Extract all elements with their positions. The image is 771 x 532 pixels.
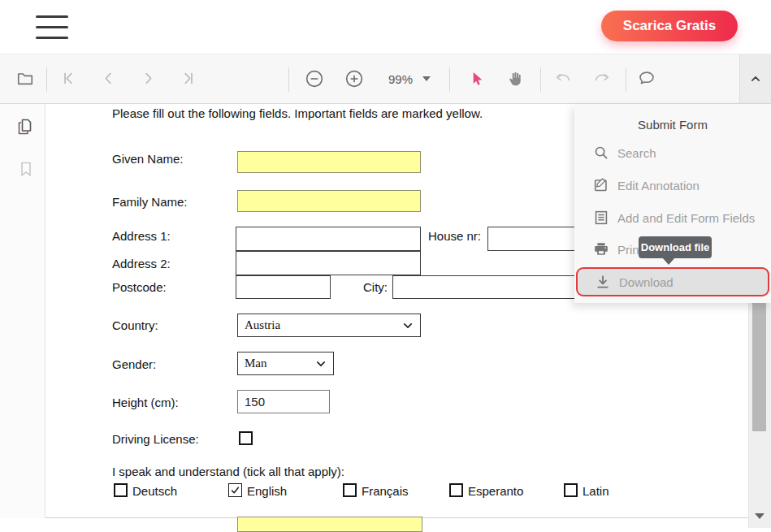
zoom-level-label: 99% — [388, 72, 413, 86]
header: Scarica Gratis — [0, 0, 771, 54]
first-page-icon — [61, 70, 79, 88]
checkbox-francais-label: Français — [362, 484, 409, 498]
menu-item-download[interactable]: Download — [576, 267, 769, 296]
first-page-button[interactable] — [57, 54, 83, 103]
download-free-cta-button[interactable]: Scarica Gratis — [601, 11, 738, 41]
checkbox-esperanto[interactable] — [449, 483, 463, 497]
form-fields-icon — [592, 209, 610, 227]
gender-label: Gender: — [112, 357, 156, 371]
menu-item-label: Edit Annotation — [617, 179, 700, 192]
driving-license-label: Driving License: — [112, 432, 199, 446]
folder-icon — [16, 70, 34, 88]
address1-label: Address 1: — [112, 229, 171, 243]
menu-item-label: Search — [617, 146, 656, 160]
printer-icon — [592, 240, 610, 258]
menu-item-submit-form[interactable]: Submit Form — [574, 108, 771, 141]
search-icon — [592, 144, 610, 162]
partial-yellow-field[interactable] — [237, 517, 422, 532]
pointer-cursor-icon — [468, 70, 487, 89]
address2-field[interactable] — [236, 251, 421, 275]
checkbox-latin-label: Latin — [583, 484, 609, 498]
checkbox-english-label: English — [247, 484, 287, 498]
chevron-up-icon — [747, 71, 764, 87]
check-icon — [229, 485, 241, 495]
checkbox-english[interactable] — [228, 483, 242, 497]
download-icon — [594, 273, 612, 291]
given-name-field[interactable] — [237, 151, 421, 173]
hamburger-menu-icon[interactable] — [36, 15, 68, 39]
checkbox-francais[interactable] — [343, 483, 357, 497]
chevron-down-icon — [402, 320, 414, 331]
checkbox-deutsch[interactable] — [114, 483, 128, 497]
gender-select[interactable]: Man — [237, 352, 334, 375]
city-label: City: — [363, 280, 388, 294]
postcode-label: Postcode: — [112, 280, 167, 294]
bookmarks-icon[interactable] — [16, 159, 36, 179]
height-label: Height (cm): — [112, 396, 179, 409]
last-page-button[interactable] — [174, 54, 200, 103]
family-name-field[interactable] — [237, 190, 421, 212]
address2-label: Address 2: — [112, 257, 171, 270]
hand-icon — [507, 70, 525, 88]
redo-icon — [592, 69, 612, 89]
toolbar-separator — [540, 67, 541, 92]
postcode-field[interactable] — [236, 275, 331, 299]
family-name-label: Family Name: — [112, 195, 188, 209]
height-field-value: 150 — [245, 395, 265, 409]
scrollbar-down-arrow[interactable] — [755, 513, 765, 519]
toolbar-separator — [288, 67, 289, 92]
menu-item-label: Add and Edit Form Fields — [617, 211, 755, 225]
select-tool-button[interactable] — [463, 54, 491, 103]
collapse-menu-button[interactable] — [739, 54, 771, 103]
address1-field[interactable] — [236, 227, 421, 251]
pdf-editor-app: Scarica Gratis — [0, 0, 771, 532]
menu-item-label: Download — [619, 275, 674, 289]
height-field[interactable]: 150 — [237, 390, 330, 413]
chevron-down-icon — [315, 358, 327, 370]
menu-item-edit-annotation[interactable]: Edit Annotation — [574, 169, 771, 201]
actions-dropdown-menu: Submit Form Search Edit Annotation Add a… — [574, 104, 771, 303]
comment-button[interactable] — [633, 54, 661, 103]
toolbar-separator — [46, 67, 47, 92]
country-select-value: Austria — [245, 318, 280, 332]
checkbox-esperanto-label: Esperanto — [468, 484, 523, 498]
previous-page-button[interactable] — [96, 54, 122, 103]
undo-icon — [553, 69, 573, 89]
tooltip-arrow — [662, 257, 675, 265]
toolbar-separator — [626, 67, 626, 92]
form-intro-text: Please fill out the following fields. Im… — [112, 106, 483, 120]
toolbar-separator — [449, 67, 450, 92]
chevron-down-icon — [422, 76, 431, 81]
driving-license-checkbox[interactable] — [239, 431, 253, 445]
open-file-button[interactable] — [11, 54, 39, 103]
page-thumbnails-icon[interactable] — [15, 117, 35, 136]
languages-label: I speak and understand (tick all that ap… — [112, 465, 344, 478]
zoom-out-icon — [304, 68, 325, 89]
last-page-icon — [178, 70, 196, 88]
left-panel — [0, 104, 45, 518]
menu-item-label: Submit Form — [638, 118, 708, 132]
zoom-level-dropdown[interactable]: 99% — [380, 54, 439, 103]
hand-tool-button[interactable] — [502, 54, 530, 103]
zoom-in-icon — [344, 68, 365, 89]
redo-button[interactable] — [588, 54, 616, 103]
country-select[interactable]: Austria — [237, 314, 421, 337]
given-name-label: Given Name: — [112, 152, 184, 166]
gender-select-value: Man — [245, 357, 267, 370]
zoom-in-button[interactable] — [340, 54, 368, 103]
chevron-left-icon — [100, 70, 118, 88]
menu-item-add-edit-form-fields[interactable]: Add and Edit Form Fields — [574, 201, 771, 234]
country-label: Country: — [112, 318, 158, 332]
house-nr-label: House nr: — [428, 229, 481, 243]
download-tooltip: Download file — [639, 236, 712, 258]
speech-bubble-icon — [637, 69, 656, 89]
toolbar: of 1 99% — [0, 54, 771, 104]
edit-annotation-icon — [592, 176, 610, 194]
next-page-button[interactable] — [135, 54, 161, 103]
checkbox-deutsch-label: Deutsch — [132, 484, 177, 498]
checkbox-latin[interactable] — [564, 483, 578, 497]
chevron-right-icon — [139, 70, 157, 88]
undo-button[interactable] — [549, 54, 577, 103]
menu-item-search[interactable]: Search — [574, 136, 771, 169]
zoom-out-button[interactable] — [301, 54, 328, 103]
